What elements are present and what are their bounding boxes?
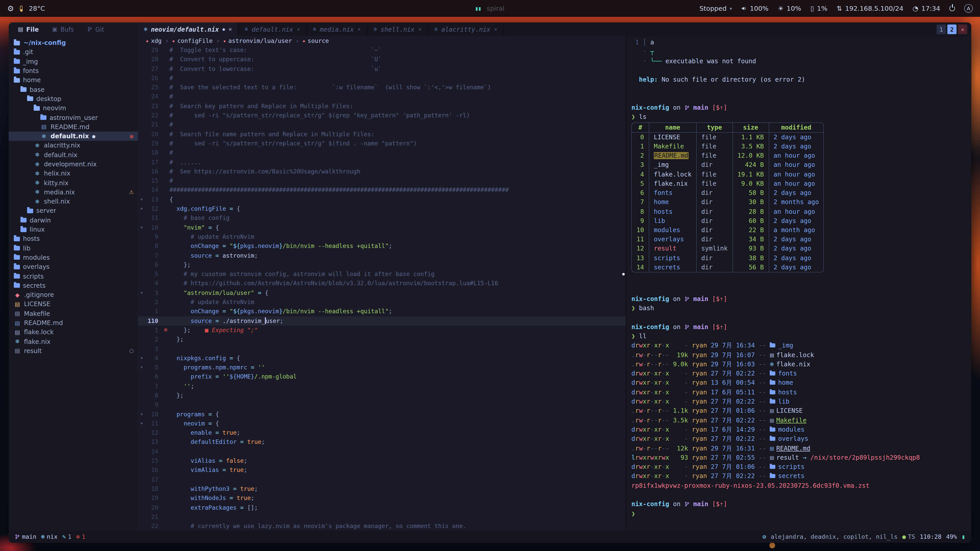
fold-chevron-icon[interactable]: ▾	[138, 288, 145, 297]
code-line[interactable]: 8 onChange = "${pkgs.neovim}/bin/nvim --…	[138, 241, 626, 251]
tree-item[interactable]: hosts	[9, 234, 138, 244]
temperature-value[interactable]: 28°C	[29, 5, 45, 12]
code-line[interactable]: 13 defaultEditor = true;	[138, 437, 626, 447]
code-line[interactable]: 22 # sed -ri "s/pattern_str/replace_str/…	[138, 111, 626, 120]
code-line[interactable]: 9	[138, 400, 626, 410]
code-line[interactable]: 14	[138, 447, 626, 456]
clock-widget[interactable]: ◔17:34	[913, 5, 940, 12]
fold-chevron-icon[interactable]: ▾	[138, 354, 145, 363]
code-line[interactable]: 5 # my cusotom astronvim config, astronv…	[138, 269, 626, 279]
code-line[interactable]: 25 # Save the selected text to a file: `…	[138, 83, 626, 92]
tree-item[interactable]: ▤LICENSE	[9, 300, 138, 309]
recording-status[interactable]: Stopped▾	[700, 5, 732, 12]
code-line[interactable]: 26 #	[138, 73, 626, 83]
tree-item[interactable]: astronvim_user	[9, 113, 138, 122]
code-line[interactable]: 17 # ......	[138, 157, 626, 167]
close-icon[interactable]: ×	[494, 23, 497, 36]
code-line[interactable]: 28 # Convert to uppercase: `U`	[138, 55, 626, 64]
close-icon[interactable]: ×	[358, 23, 361, 36]
tree-item[interactable]: _img	[9, 57, 138, 66]
code-line[interactable]: 3	[138, 344, 626, 354]
tabline-close-icon[interactable]: ×	[958, 24, 967, 34]
tree-item[interactable]: ◆.gitignore	[9, 290, 138, 300]
fold-chevron-icon[interactable]: ▾	[138, 410, 145, 419]
power-icon[interactable]	[950, 6, 955, 11]
code-line[interactable]: 16 vimAlias = true;	[138, 465, 626, 475]
tree-item[interactable]: overlays	[9, 262, 138, 272]
buffer-tab[interactable]: ❄alacritty.nix×	[428, 22, 504, 36]
fold-chevron-icon[interactable]: ▾	[138, 195, 145, 204]
code-line[interactable]: 27 # Convert to lowercase: `u`	[138, 64, 626, 73]
buffer-tab[interactable]: ❄shell.nix×	[368, 22, 428, 36]
buffer-tab[interactable]: ❄neovim/default.nix●×	[138, 22, 239, 36]
tree-item[interactable]: ▤result○	[9, 346, 138, 356]
code-line[interactable]: 21 #	[138, 120, 626, 130]
code-line[interactable]: 6 prefix = ''${HOME}/.npm-global	[138, 372, 626, 382]
pause-icon[interactable]: ▮▮	[476, 6, 482, 11]
code-line[interactable]: 14 #####################################…	[138, 186, 626, 195]
code-line[interactable]: ▾10 programs = {	[138, 410, 626, 419]
tabpage-2[interactable]: 2	[947, 24, 956, 34]
tree-item[interactable]: server	[9, 206, 138, 216]
tabpage-1[interactable]: 1	[937, 24, 946, 34]
code-line[interactable]: 17	[138, 475, 626, 484]
buffer-tab[interactable]: ❄media.nix×	[307, 22, 368, 36]
code-line[interactable]: 9 # update AstroNvim	[138, 232, 626, 241]
breadcrumb-item[interactable]: ▪source	[303, 37, 329, 44]
fold-chevron-icon[interactable]: ▾	[138, 223, 145, 232]
user-avatar[interactable]: A	[964, 4, 973, 13]
code-line[interactable]: 20 # Search file name pattern and Replac…	[138, 129, 626, 139]
tree-item[interactable]: ❄helix.nix	[9, 169, 138, 178]
code-line[interactable]: 7 source = astronvim;	[138, 251, 626, 260]
code-line[interactable]: ▾5 programs.npm.npmrc = ''	[138, 363, 626, 372]
code-line[interactable]: 18 withPython3 = true;	[138, 484, 626, 494]
code-line[interactable]: 16 # See https://astronvim.com/Basic%20U…	[138, 167, 626, 176]
code-line[interactable]: 7 '';	[138, 381, 626, 391]
code-line[interactable]: 2 };	[138, 335, 626, 344]
code-line[interactable]: 24 #	[138, 92, 626, 102]
fold-chevron-icon[interactable]: ▾	[138, 363, 145, 372]
tree-item[interactable]: darwin	[9, 216, 138, 225]
tree-item[interactable]: ❄kitty.nix	[9, 178, 138, 188]
code-line[interactable]: 8 };	[138, 391, 626, 400]
code-line[interactable]: 21	[138, 512, 626, 522]
tree-item[interactable]: ▤README.md	[9, 122, 138, 132]
code-line[interactable]: ▾11 neovim = {	[138, 419, 626, 428]
tree-item[interactable]: ❄alacritty.nix	[9, 141, 138, 151]
battery-widget[interactable]: ▯1%	[810, 5, 827, 12]
tree-item[interactable]: modules	[9, 253, 138, 262]
tree-item[interactable]: neovim	[9, 103, 138, 113]
code-line[interactable]: 12 enable = true;	[138, 428, 626, 437]
code-line[interactable]: ▾3 "astronvim/lua/user" = {	[138, 288, 626, 297]
tree-item[interactable]: secrets	[9, 281, 138, 290]
tree-item[interactable]: ❄flake.nix	[9, 337, 138, 346]
tree-item[interactable]: lib	[9, 244, 138, 253]
close-icon[interactable]: ×	[228, 23, 232, 36]
code-line[interactable]: 22 # currently we use lazy.nvim as neovi…	[138, 521, 626, 530]
volume-widget[interactable]: 100%	[741, 5, 768, 12]
tree-item[interactable]: linux	[9, 225, 138, 234]
code-line[interactable]: 15 viAlias = false;	[138, 456, 626, 465]
code-area[interactable]: 29 # Toggle text's case: `~` 28 # Conver…	[138, 45, 626, 530]
code-line[interactable]: 20 extraPackages = [];	[138, 503, 626, 512]
tree-item[interactable]: desktop	[9, 94, 138, 104]
tree-item[interactable]: ❄default.nix●⊗	[9, 132, 138, 141]
code-line[interactable]: 2 # update AstroNvim	[138, 297, 626, 307]
tree-item[interactable]: ▤flake.lock	[9, 327, 138, 337]
fold-chevron-icon[interactable]: ▾	[138, 419, 145, 428]
tree-item[interactable]: scripts	[9, 272, 138, 281]
code-line[interactable]: 18 #	[138, 148, 626, 158]
tree-item[interactable]: ▤Makefile	[9, 309, 138, 318]
code-line[interactable]: 110 source = ./astronvim_user;	[138, 316, 626, 326]
tree-item[interactable]: ❄default.nix	[9, 150, 138, 160]
tree-item[interactable]: .git	[9, 48, 138, 57]
breadcrumb-item[interactable]: ▪astronvim/lua/user	[223, 37, 292, 44]
code-line[interactable]: 1⊗ }; ■ Expecting ";"	[138, 326, 626, 335]
code-line[interactable]: 6 };	[138, 260, 626, 270]
code-line[interactable]: ▾13 {	[138, 195, 626, 204]
terminal-pane[interactable]: 1 │ a · ┬ · ╰── executable was not found…	[626, 36, 971, 530]
code-line[interactable]: ▾4 nixpkgs.config = {	[138, 354, 626, 363]
buffer-tab[interactable]: ❄default.nix×	[239, 22, 307, 36]
code-line[interactable]: ▾12 xdg.configFile = {	[138, 204, 626, 213]
tree-item[interactable]: ▤README.md	[9, 318, 138, 328]
